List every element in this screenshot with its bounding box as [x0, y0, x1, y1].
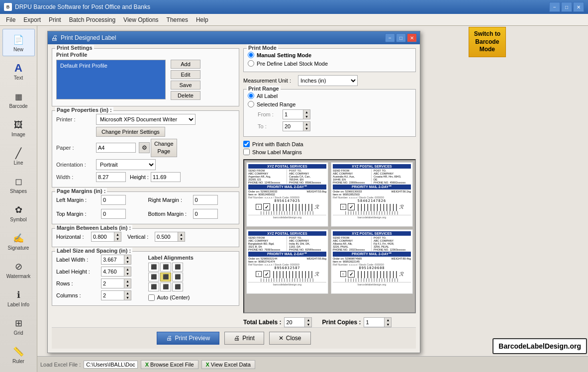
all-label-radio[interactable] — [248, 93, 254, 99]
sidebar-item-signature[interactable]: ✍ Signature — [2, 227, 35, 255]
browse-excel-button[interactable]: X Browse Excel File — [141, 360, 198, 369]
left-margin-input[interactable] — [101, 195, 126, 205]
save-profile-btn[interactable]: Save — [171, 81, 200, 90]
top-margin-input[interactable] — [101, 209, 126, 219]
print-copies-input[interactable] — [364, 318, 384, 327]
maximize-button[interactable]: □ — [561, 2, 572, 12]
to-up[interactable]: ▲ — [303, 122, 310, 126]
print-button[interactable]: 🖨 Print — [224, 332, 264, 345]
align-top-left[interactable]: ⬛ — [148, 263, 159, 272]
label-height-input[interactable] — [101, 267, 124, 276]
delete-profile-btn[interactable]: Delete — [171, 91, 200, 100]
align-bottom-right[interactable]: ⬛ — [172, 282, 183, 291]
height-input[interactable] — [151, 172, 181, 182]
to-down[interactable]: ▼ — [303, 126, 310, 131]
add-profile-btn[interactable]: Add — [171, 60, 200, 69]
columns-up[interactable]: ▲ — [124, 291, 131, 295]
rows-spinner[interactable]: ▲ ▼ — [101, 279, 131, 288]
sidebar-item-shapes[interactable]: ◻ Shapes — [2, 171, 35, 198]
label-height-up[interactable]: ▲ — [124, 267, 131, 272]
align-top-center[interactable]: ⬛ — [160, 263, 171, 272]
align-middle-left[interactable]: ⬛ — [148, 273, 159, 281]
profile-list[interactable]: Default Print Profile — [56, 60, 166, 99]
align-middle-right[interactable]: ⬛ — [172, 273, 183, 281]
label-width-spinner[interactable]: ▲ ▼ — [101, 255, 131, 265]
print-copies-up[interactable]: ▲ — [384, 318, 391, 322]
horizontal-down-btn[interactable]: ▼ — [114, 237, 121, 241]
from-down[interactable]: ▼ — [303, 114, 310, 119]
horizontal-spinner[interactable]: ▲ ▼ — [91, 232, 121, 242]
menu-file[interactable]: File — [2, 14, 19, 25]
manual-mode-radio[interactable] — [248, 52, 254, 58]
rows-down[interactable]: ▼ — [124, 283, 131, 288]
close-button[interactable]: ✕ — [573, 2, 584, 12]
from-input[interactable] — [283, 110, 303, 119]
sidebar-item-labelinfo[interactable]: ℹ Label Info — [2, 284, 35, 311]
selected-range-radio[interactable] — [248, 101, 254, 107]
view-excel-button[interactable]: X View Excel Data — [201, 360, 255, 369]
minimize-button[interactable]: − — [549, 2, 560, 12]
predefine-mode-radio[interactable] — [248, 60, 254, 67]
total-labels-down[interactable]: ▼ — [304, 322, 311, 327]
label-width-down[interactable]: ▼ — [124, 260, 131, 264]
edit-profile-btn[interactable]: Edit — [171, 70, 200, 79]
total-labels-input[interactable] — [285, 318, 304, 327]
printer-select[interactable]: Microsoft XPS Document Writer — [96, 114, 196, 125]
vertical-up-btn[interactable]: ▲ — [178, 232, 185, 237]
align-middle-center[interactable]: ⬛ — [160, 273, 171, 281]
profile-list-item[interactable]: Default Print Profile — [58, 62, 164, 70]
label-height-spinner[interactable]: ▲ ▼ — [101, 267, 131, 277]
sidebar-item-grid[interactable]: ⊞ Grid — [2, 312, 35, 340]
print-preview-button[interactable]: 🖨 Print Preview — [157, 332, 219, 345]
vertical-spinner[interactable]: ▲ ▼ — [155, 232, 185, 242]
align-bottom-center[interactable]: ⬛ — [160, 282, 171, 291]
bottom-margin-input[interactable] — [193, 209, 218, 219]
print-copies-down[interactable]: ▼ — [384, 322, 391, 327]
menu-view-options[interactable]: View Options — [119, 14, 162, 25]
sidebar-item-watermark[interactable]: ⊘ Watermark — [2, 256, 35, 283]
to-spinner[interactable]: ▲ ▼ — [283, 121, 310, 131]
print-batch-checkbox[interactable] — [243, 141, 250, 147]
vertical-down-btn[interactable]: ▼ — [178, 237, 185, 241]
menu-export[interactable]: Export — [19, 14, 45, 25]
from-up[interactable]: ▲ — [303, 110, 310, 114]
paper-input[interactable] — [96, 143, 136, 153]
right-margin-input[interactable] — [193, 195, 218, 205]
columns-spinner[interactable]: ▲ ▼ — [101, 290, 131, 300]
total-labels-spinner[interactable]: ▲ ▼ — [284, 317, 312, 327]
sidebar-item-image[interactable]: 🖼 Image — [2, 114, 35, 141]
columns-input[interactable] — [101, 291, 124, 300]
sidebar-item-text[interactable]: A Text — [2, 57, 35, 85]
sidebar-item-barcode[interactable]: ▦ Barcode — [2, 86, 35, 113]
sidebar-item-symbol[interactable]: ✿ Symbol — [2, 199, 35, 226]
label-width-up[interactable]: ▲ — [124, 255, 131, 260]
switch-barcode-mode-button[interactable]: Switch to Barcode Mode — [469, 27, 506, 57]
from-spinner[interactable]: ▲ ▼ — [283, 109, 310, 119]
to-input[interactable] — [283, 122, 303, 131]
dialog-maximize-btn[interactable]: □ — [396, 33, 406, 42]
switch-barcode-btn[interactable]: Switch to Barcode Mode — [469, 27, 506, 57]
menu-batch-processing[interactable]: Batch Processing — [65, 14, 119, 25]
menu-themes[interactable]: Themes — [163, 14, 192, 25]
sidebar-item-ruler[interactable]: 📏 Ruler — [2, 341, 35, 368]
sidebar-item-line[interactable]: ╱ Line — [2, 142, 35, 170]
horizontal-input[interactable] — [92, 232, 114, 241]
columns-down[interactable]: ▼ — [124, 295, 131, 300]
vertical-input[interactable] — [155, 232, 178, 241]
sidebar-item-new[interactable]: 📄 New — [2, 29, 35, 56]
align-top-right[interactable]: ⬛ — [172, 263, 183, 272]
change-page-btn[interactable]: ChangePage — [151, 139, 177, 157]
change-printer-btn[interactable]: Change Printer Settings — [96, 127, 165, 137]
menu-help[interactable]: Help — [192, 14, 212, 25]
measurement-select[interactable]: Inches (in) Millimeters (mm) Centimeters… — [298, 75, 358, 86]
orientation-select[interactable]: Portrait Landscape — [96, 159, 156, 170]
menu-print[interactable]: Print — [45, 14, 65, 25]
horizontal-up-btn[interactable]: ▲ — [114, 232, 121, 237]
print-copies-spinner[interactable]: ▲ ▼ — [364, 317, 392, 327]
rows-up[interactable]: ▲ — [124, 279, 131, 283]
close-dialog-button[interactable]: ✕ Close — [269, 332, 311, 345]
show-margins-checkbox[interactable] — [243, 149, 250, 155]
dialog-minimize-btn[interactable]: − — [385, 33, 395, 42]
rows-input[interactable] — [101, 279, 124, 288]
align-bottom-left[interactable]: ⬛ — [148, 282, 159, 291]
